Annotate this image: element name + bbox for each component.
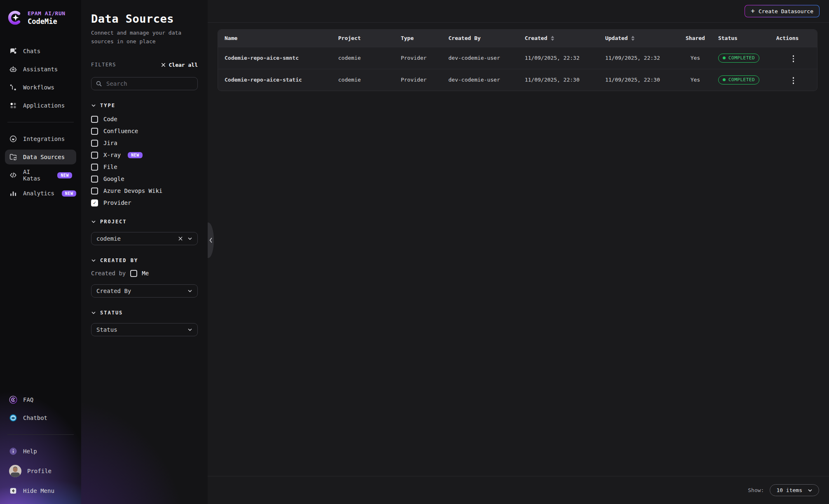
status-section-toggle[interactable]: STATUS (91, 310, 123, 316)
datasource-name: Codemie-repo-aice-smntc (218, 47, 332, 69)
status-badge: COMPLETED (718, 54, 759, 63)
type-option-file: File (91, 164, 198, 171)
datasource-created: 11/09/2025, 22:30 (518, 69, 598, 91)
table-row[interactable]: Codemie-repo-aice-static codemie Provide… (218, 69, 817, 91)
table-row[interactable]: Codemie-repo-aice-smntc codemie Provider… (218, 47, 817, 69)
status-filter-section: STATUS Status (91, 310, 198, 336)
sidebar-item-applications[interactable]: Applications (5, 98, 76, 113)
created-by-me-label: Created by (91, 270, 126, 277)
created-by-filter-section: CREATED BY Created by Me Created By (91, 258, 198, 298)
sort-icon (631, 36, 635, 41)
col-type: Type (394, 30, 442, 47)
col-status: Status (712, 30, 770, 47)
chevron-down-icon (91, 258, 96, 263)
brand-line-codemie: CodeMie (28, 17, 66, 26)
checkbox[interactable] (91, 188, 98, 195)
sidebar-nav: Chats Assistants Workflows Applications (0, 33, 81, 201)
workflow-path-icon (9, 83, 17, 91)
type-option-code: Code (91, 116, 198, 123)
sidebar-bottom: FAQ Chatbot Help Profile (0, 392, 81, 504)
col-created[interactable]: Created (518, 30, 598, 47)
col-project: Project (332, 30, 394, 47)
page-size-select[interactable]: 10 items (770, 484, 819, 496)
datasources-table: Name Project Type Created By Created Upd… (218, 30, 817, 91)
sidebar-item-analytics[interactable]: Analytics NEW (5, 186, 76, 201)
main-header: + Create Datasource (208, 0, 829, 23)
close-icon (161, 63, 166, 67)
datasource-created-by: dev-codemie-user (442, 47, 518, 69)
sidebar-item-faq[interactable]: FAQ (5, 392, 76, 407)
code-brackets-icon (9, 171, 17, 179)
datasource-status: COMPLETED (712, 69, 770, 91)
type-option-jira: Jira (91, 140, 198, 147)
sidebar-item-chats[interactable]: Chats (5, 44, 76, 59)
sidebar-item-ai-katas[interactable]: AI Katas NEW (5, 168, 76, 183)
sidebar: EPAM AI/RUN CodeMie Chats Assistants (0, 0, 81, 504)
status-dot-icon (723, 78, 726, 81)
plus-icon: + (751, 8, 755, 14)
chat-bubble-icon (9, 47, 17, 55)
checkbox-checked[interactable] (91, 199, 98, 206)
app-root: EPAM AI/RUN CodeMie Chats Assistants (0, 0, 829, 504)
created-by-select[interactable]: Created By (91, 284, 198, 298)
sidebar-item-help[interactable]: Help (5, 444, 76, 459)
checkbox[interactable] (91, 152, 98, 159)
chevron-down-icon (187, 288, 192, 293)
status-select[interactable]: Status (91, 323, 198, 336)
col-updated[interactable]: Updated (599, 30, 679, 47)
sidebar-item-label: Hide Menu (23, 488, 54, 494)
filters-label: FILTERS (91, 62, 116, 68)
sidebar-item-label: Assistants (23, 66, 58, 73)
checkbox[interactable] (91, 176, 98, 183)
project-select[interactable]: codemie (91, 232, 198, 245)
sidebar-item-chatbot[interactable]: Chatbot (5, 410, 76, 425)
type-option-azure-devops-wiki: Azure Devops Wiki (91, 188, 198, 195)
project-section-toggle[interactable]: PROJECT (91, 219, 127, 225)
sort-icon (551, 36, 554, 41)
sidebar-item-label: Analytics (23, 190, 54, 197)
sidebar-divider (7, 122, 74, 122)
apps-grid-icon (9, 101, 17, 110)
row-actions-kebab-icon[interactable] (788, 75, 799, 86)
project-filter-section: PROJECT codemie (91, 219, 198, 245)
datasource-shared: Yes (679, 69, 712, 91)
chevron-down-icon (91, 103, 96, 108)
sidebar-item-label: Integrations (23, 136, 65, 142)
create-datasource-button[interactable]: + Create Datasource (745, 5, 820, 17)
checkbox[interactable] (91, 140, 98, 147)
sidebar-item-profile[interactable]: Profile (5, 462, 76, 480)
datasource-shared: Yes (679, 47, 712, 69)
created-by-section-toggle[interactable]: CREATED BY (91, 258, 138, 263)
search-input[interactable] (105, 80, 193, 87)
chevron-down-icon (91, 219, 96, 224)
sidebar-item-hide-menu[interactable]: Hide Menu (5, 483, 76, 498)
status-badge: COMPLETED (718, 75, 759, 84)
show-label: Show: (748, 487, 764, 493)
type-section-toggle[interactable]: TYPE (91, 103, 115, 108)
datasource-type: Provider (394, 69, 442, 91)
type-option-provider: Provider (91, 199, 198, 206)
sidebar-item-data-sources[interactable]: Data Sources (5, 150, 76, 164)
datasource-project: codemie (332, 69, 394, 91)
sidebar-item-workflows[interactable]: Workflows (5, 80, 76, 95)
sidebar-divider (7, 434, 74, 435)
checkbox[interactable] (91, 128, 98, 135)
col-shared: Shared (679, 30, 712, 47)
info-icon (9, 447, 17, 455)
datasources-table-container: Name Project Type Created By Created Upd… (218, 29, 817, 91)
clear-all-button[interactable]: Clear all (161, 62, 198, 68)
me-checkbox[interactable] (130, 270, 137, 277)
folder-sync-icon (9, 153, 17, 161)
clear-selection-icon[interactable] (178, 236, 183, 241)
datasource-project: codemie (332, 47, 394, 69)
sidebar-item-label: FAQ (23, 396, 33, 403)
datasource-name: Codemie-repo-aice-static (218, 69, 332, 91)
filters-panel: Data Sources Connect and manage your dat… (81, 0, 208, 504)
checkbox[interactable] (91, 116, 98, 123)
sidebar-item-assistants[interactable]: Assistants (5, 62, 76, 77)
page-subtitle: Connect and manage your data sources in … (91, 29, 198, 46)
checkbox[interactable] (91, 164, 98, 171)
row-actions-kebab-icon[interactable] (788, 53, 799, 64)
sidebar-item-integrations[interactable]: Integrations (5, 131, 76, 146)
avatar (9, 465, 21, 477)
